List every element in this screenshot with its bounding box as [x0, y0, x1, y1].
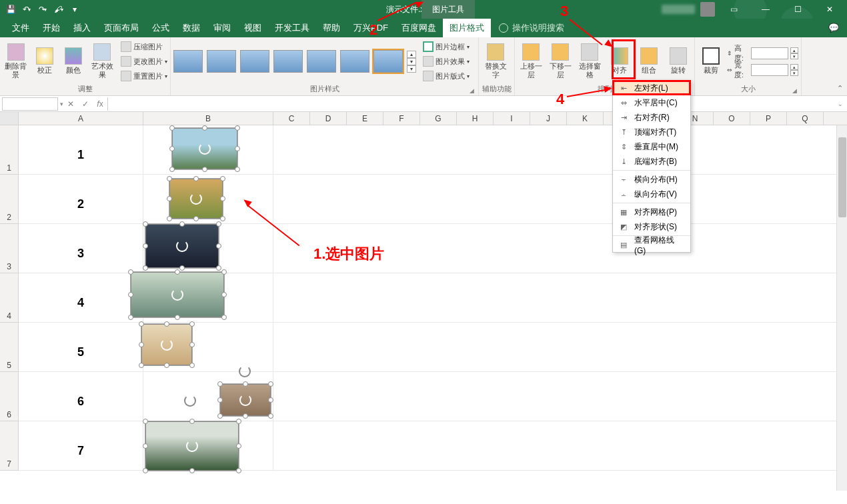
- picture-styles-gallery[interactable]: ▴▾▾: [173, 50, 416, 73]
- picture-object[interactable]: [172, 128, 237, 169]
- enter-formula-button[interactable]: ✓: [78, 97, 93, 111]
- picture-object[interactable]: [141, 324, 192, 365]
- align-bottom-item[interactable]: ⤓底端对齐(B): [613, 154, 690, 169]
- tab-developer[interactable]: 开发工具: [268, 19, 316, 37]
- col-header[interactable]: B: [143, 112, 273, 125]
- reset-picture-button[interactable]: 重置图片▾: [121, 69, 167, 83]
- align-center-h-item[interactable]: ⇔水平居中(C): [613, 95, 690, 110]
- row-header[interactable]: 1: [0, 125, 19, 175]
- tab-layout[interactable]: 页面布局: [97, 19, 145, 37]
- tell-me-search[interactable]: 操作说明搜索: [499, 22, 564, 34]
- tab-review[interactable]: 审阅: [207, 19, 237, 37]
- tab-data[interactable]: 数据: [176, 19, 207, 37]
- selection-pane-button[interactable]: 选择窗格: [576, 40, 603, 83]
- align-right-item[interactable]: ⇥右对齐(R): [613, 110, 690, 125]
- change-picture-button[interactable]: 更改图片▾: [121, 55, 167, 68]
- row-header[interactable]: 4: [0, 273, 19, 323]
- group-button[interactable]: 组合: [636, 40, 662, 83]
- qat-extra-button[interactable]: 🖌▾: [52, 3, 65, 16]
- remove-background-button[interactable]: 删除背景: [3, 40, 29, 83]
- name-box[interactable]: [2, 97, 58, 111]
- picture-object[interactable]: [131, 272, 224, 317]
- ribbon-options-button[interactable]: ▭: [720, 0, 747, 19]
- tab-formulas[interactable]: 公式: [145, 19, 176, 37]
- picture-object[interactable]: [220, 384, 271, 416]
- picture-style-thumb[interactable]: [373, 50, 403, 73]
- save-button[interactable]: 💾: [4, 3, 17, 16]
- dialog-launcher[interactable]: ◢: [470, 87, 474, 94]
- share-icon[interactable]: 💬: [828, 23, 839, 33]
- picture-object[interactable]: [145, 224, 219, 268]
- col-header[interactable]: J: [530, 112, 567, 125]
- col-header[interactable]: D: [310, 112, 347, 125]
- qat-customize[interactable]: ▾: [68, 3, 81, 16]
- col-header[interactable]: I: [494, 112, 530, 125]
- picture-layout-button[interactable]: 图片版式▾: [423, 69, 470, 83]
- picture-style-thumb[interactable]: [273, 50, 303, 73]
- col-header[interactable]: Q: [787, 112, 824, 125]
- row-header[interactable]: 7: [0, 421, 19, 471]
- picture-style-thumb[interactable]: [240, 50, 269, 73]
- cancel-formula-button[interactable]: ✕: [63, 97, 78, 111]
- width-down[interactable]: ▾: [790, 70, 798, 76]
- row-header[interactable]: 2: [0, 175, 19, 224]
- alt-text-button[interactable]: 替换文字: [482, 40, 510, 83]
- col-header[interactable]: F: [383, 112, 420, 125]
- col-header[interactable]: E: [347, 112, 383, 125]
- row-header[interactable]: 5: [0, 323, 19, 372]
- align-left-item[interactable]: ⇤左对齐(L): [613, 81, 690, 95]
- col-header[interactable]: H: [457, 112, 494, 125]
- col-header[interactable]: A: [19, 112, 143, 125]
- undo-button[interactable]: ↶▾: [20, 3, 33, 16]
- gallery-more[interactable]: ▾: [407, 65, 416, 73]
- picture-object[interactable]: [169, 179, 223, 219]
- snap-to-grid-item[interactable]: ▦对齐网格(P): [613, 205, 690, 219]
- select-all-button[interactable]: [0, 112, 19, 125]
- redo-button[interactable]: ↷▾: [36, 3, 49, 16]
- picture-style-thumb[interactable]: [173, 50, 203, 73]
- tab-file[interactable]: 文件: [5, 19, 36, 37]
- collapse-ribbon-button[interactable]: ⌃: [837, 84, 843, 93]
- col-header[interactable]: C: [273, 112, 310, 125]
- maximize-button[interactable]: ☐: [784, 0, 811, 19]
- height-up[interactable]: ▴: [790, 47, 798, 53]
- col-header[interactable]: P: [750, 112, 787, 125]
- bring-forward-button[interactable]: 上移一层: [518, 40, 544, 83]
- row-header[interactable]: 3: [0, 224, 19, 273]
- distribute-v-item[interactable]: ⫠纵向分布(V): [613, 187, 690, 201]
- color-button[interactable]: 颜色: [61, 40, 87, 83]
- scrollbar-thumb[interactable]: [838, 137, 846, 217]
- col-header[interactable]: G: [420, 112, 457, 125]
- col-header[interactable]: O: [714, 112, 750, 125]
- tab-wps-pdf[interactable]: 万兴PDF: [347, 19, 395, 37]
- rotate-button[interactable]: 旋转: [665, 40, 692, 83]
- dialog-launcher[interactable]: ◢: [792, 87, 797, 94]
- rotate-handle-icon[interactable]: [239, 365, 251, 377]
- view-gridlines-item[interactable]: ▤查看网格线(G): [613, 237, 690, 252]
- col-header[interactable]: K: [567, 112, 604, 125]
- gallery-down[interactable]: ▾: [407, 58, 416, 65]
- picture-effects-button[interactable]: 图片效果▾: [423, 55, 470, 68]
- picture-border-button[interactable]: 图片边框▾: [423, 40, 470, 53]
- tab-help[interactable]: 帮助: [316, 19, 347, 37]
- tab-baidu[interactable]: 百度网盘: [395, 19, 443, 37]
- tab-picture-format[interactable]: 图片格式: [443, 19, 491, 37]
- artistic-effects-button[interactable]: 艺术效果: [89, 40, 115, 83]
- tab-insert[interactable]: 插入: [67, 19, 97, 37]
- minimize-button[interactable]: —: [752, 0, 779, 19]
- expand-formula-bar[interactable]: ⌄: [834, 101, 847, 107]
- crop-button[interactable]: 裁剪: [698, 40, 724, 83]
- tab-view[interactable]: 视图: [237, 19, 268, 37]
- vertical-scrollbar[interactable]: [836, 125, 847, 491]
- width-up[interactable]: ▴: [790, 64, 798, 70]
- tab-home[interactable]: 开始: [36, 19, 67, 37]
- picture-object[interactable]: [145, 421, 239, 471]
- height-input[interactable]: [751, 47, 788, 59]
- distribute-h-item[interactable]: ⫟横向分布(H): [613, 172, 690, 187]
- rotate-handle-icon[interactable]: [184, 395, 196, 407]
- close-button[interactable]: ✕: [816, 0, 843, 19]
- corrections-button[interactable]: 校正: [31, 40, 57, 83]
- user-avatar[interactable]: [700, 2, 715, 17]
- compress-pictures-button[interactable]: 压缩图片: [121, 40, 167, 53]
- picture-style-thumb[interactable]: [307, 50, 336, 73]
